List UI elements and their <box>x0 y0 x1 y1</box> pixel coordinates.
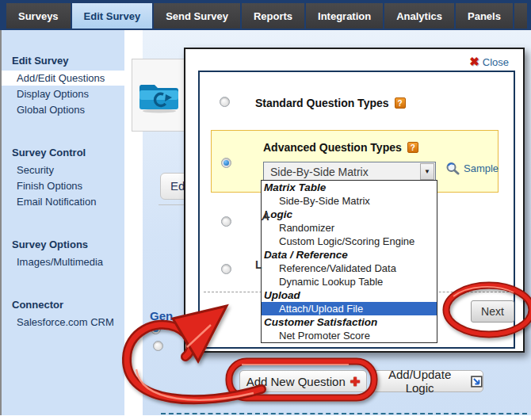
dropdown-group-matrix-table: Matrix Table <box>262 181 437 194</box>
next-button[interactable]: Next <box>471 300 514 323</box>
standard-question-types-label: Standard Question Types <box>255 97 389 109</box>
dropdown-item-side-by-side-matrix[interactable]: Side-By-Side Matrix <box>262 194 437 208</box>
hidden-option-l-radio[interactable] <box>221 264 231 274</box>
close-label[interactable]: Close <box>483 56 509 68</box>
tab-reports[interactable]: Reports <box>242 3 304 29</box>
dropdown-item-dynamic-lookup-table[interactable]: Dynamic Lookup Table <box>262 275 437 288</box>
tab-edit-survey[interactable]: Edit Survey <box>72 3 153 29</box>
add-new-question-button[interactable]: Add New Question ✚ <box>239 370 367 392</box>
dropdown-group-logic: Logic <box>262 208 437 221</box>
close-icon[interactable]: ✖ <box>469 55 479 69</box>
plus-icon: ✚ <box>350 376 361 388</box>
dropdown-item-randomizer[interactable]: Randomizer <box>262 221 437 235</box>
top-navigation: Surveys Edit Survey Send Survey Reports … <box>0 0 531 30</box>
sidebar-header-survey-control: Survey Control <box>12 147 124 158</box>
add-update-logic-label: Add/Update Logic <box>373 368 466 395</box>
sidebar-header-edit-survey: Edit Survey <box>12 55 124 67</box>
standard-question-types-radio[interactable] <box>220 97 230 107</box>
tab-panels[interactable]: Panels <box>456 3 513 29</box>
question-type-select-value: Side-By-Side Matrix <box>270 166 369 178</box>
dropdown-item-custom-logic-scoring-engine[interactable]: Custom Logic/Scoring Engine <box>262 235 437 248</box>
question-type-dropdown-list: Matrix Table Side-By-Side Matrix Logic R… <box>261 180 437 343</box>
dropdown-group-customer-satisfaction: Customer Satisfaction <box>262 315 437 329</box>
sample-label[interactable]: Sample <box>464 162 499 174</box>
add-update-logic-button[interactable]: Add/Update Logic <box>372 370 483 392</box>
hidden-option-a-radio[interactable] <box>221 216 231 227</box>
help-icon[interactable]: ? <box>407 142 418 153</box>
dropdown-group-data-reference: Data / Reference <box>262 248 437 262</box>
bottom-dashed-divider <box>161 413 527 414</box>
media-folder-box <box>132 59 187 132</box>
dropdown-item-attach-upload-file[interactable]: Attach/Upload File <box>262 302 437 315</box>
tab-integration[interactable]: Integration <box>306 3 383 29</box>
sidebar: Edit Survey Add/Edit Questions Display O… <box>2 30 124 415</box>
tab-partial-cutoff[interactable] <box>514 3 527 29</box>
dropdown-group-upload: Upload <box>262 288 437 302</box>
add-question-dialog: ✖ Close Standard Question Types ? Advanc… <box>184 48 525 353</box>
tab-surveys[interactable]: Surveys <box>6 3 71 29</box>
sidebar-item-finish-options[interactable]: Finish Options <box>2 178 124 193</box>
general-section-label-truncated: Gen <box>150 309 173 323</box>
tab-send-survey[interactable]: Send Survey <box>154 3 240 29</box>
sample-link[interactable]: Sample <box>445 161 499 175</box>
advanced-question-types-row: Advanced Question Types ? <box>263 141 418 154</box>
question-type-select[interactable]: Side-By-Side Matrix ▼ <box>263 162 436 181</box>
advanced-question-types-label: Advanced Question Types <box>263 141 402 154</box>
dropdown-item-net-promoter-score[interactable]: Net Promoter Score <box>262 329 437 342</box>
tab-analytics[interactable]: Analytics <box>384 3 454 29</box>
question-type-panel: Standard Question Types ? Advanced Quest… <box>198 71 515 349</box>
hidden-option-l-partial-label: L <box>255 258 262 271</box>
close-button[interactable]: ✖ Close <box>469 55 509 69</box>
sidebar-item-images-multimedia[interactable]: Images/Multimedia <box>2 254 124 269</box>
sidebar-header-connector: Connector <box>12 299 124 311</box>
sidebar-item-email-notification[interactable]: Email Notification <box>2 194 124 209</box>
add-new-question-label: Add New Question <box>246 375 346 388</box>
sample-magnifier-icon <box>445 161 460 175</box>
hidden-option-a-partial-label: A <box>262 210 269 223</box>
advanced-question-types-radio[interactable] <box>221 158 231 168</box>
sidebar-item-display-options[interactable]: Display Options <box>2 86 124 101</box>
sidebar-item-salesforce-crm[interactable]: Salesforce.com CRM <box>2 315 124 330</box>
refresh-folder-icon <box>137 77 181 113</box>
sidebar-item-add-edit-questions[interactable]: Add/Edit Questions <box>2 71 124 86</box>
logic-icon <box>471 376 483 388</box>
dropdown-item-reference-validated-data[interactable]: Reference/Validated Data <box>262 262 437 275</box>
sidebar-header-survey-options: Survey Options <box>12 239 124 250</box>
sidebar-item-security[interactable]: Security <box>2 162 124 178</box>
general-radio-selected[interactable] <box>151 324 161 334</box>
sidebar-item-global-options[interactable]: Global Options <box>2 102 124 117</box>
general-radio-unselected[interactable] <box>153 341 163 351</box>
select-dropdown-arrow-icon[interactable]: ▼ <box>420 163 434 180</box>
standard-question-types-row: Standard Question Types ? <box>255 97 406 109</box>
help-icon[interactable]: ? <box>395 97 406 109</box>
